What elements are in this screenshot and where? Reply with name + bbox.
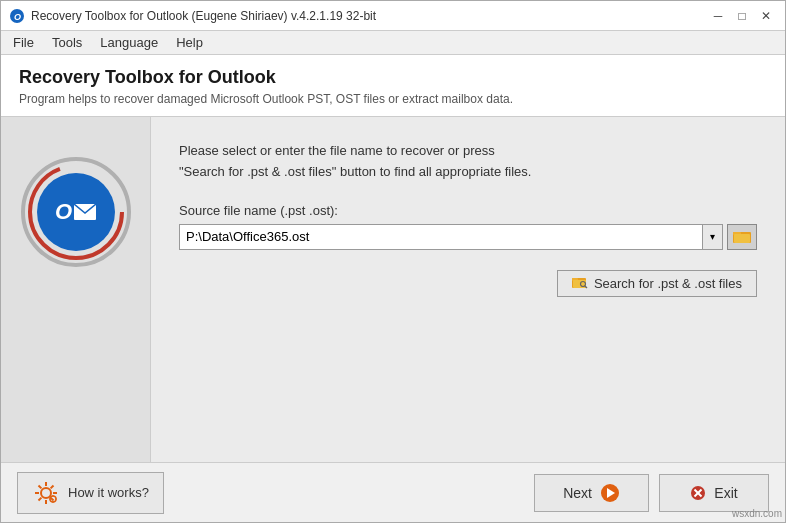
next-label: Next — [563, 485, 592, 501]
file-input-combo: ▾ — [179, 224, 723, 250]
svg-text:O: O — [14, 12, 21, 22]
close-button[interactable]: ✕ — [755, 5, 777, 27]
main-content: O Please select or enter the file name t… — [1, 117, 785, 462]
menu-language[interactable]: Language — [92, 33, 166, 52]
search-folder-icon — [572, 276, 588, 290]
main-window: O Recovery Toolbox for Outlook (Eugene S… — [0, 0, 786, 523]
menu-bar: File Tools Language Help — [1, 31, 785, 55]
window-title: Recovery Toolbox for Outlook (Eugene Shi… — [31, 9, 376, 23]
maximize-button[interactable]: □ — [731, 5, 753, 27]
minimize-button[interactable]: ─ — [707, 5, 729, 27]
file-browse-button[interactable] — [727, 224, 757, 250]
folder-icon — [733, 229, 751, 245]
app-logo: O — [21, 157, 131, 267]
exit-label: Exit — [714, 485, 737, 501]
gear-icon — [32, 479, 60, 507]
envelope-icon — [74, 204, 96, 220]
app-icon: O — [9, 8, 25, 24]
logo-circle: O — [37, 173, 115, 251]
svg-line-17 — [39, 485, 42, 488]
outlook-o: O — [55, 199, 72, 225]
menu-help[interactable]: Help — [168, 33, 211, 52]
next-button[interactable]: Next — [534, 474, 649, 512]
search-button-label: Search for .pst & .ost files — [594, 276, 742, 291]
window-controls: ─ □ ✕ — [707, 5, 777, 27]
menu-tools[interactable]: Tools — [44, 33, 90, 52]
instruction-line1: Please select or enter the file name to … — [179, 143, 495, 158]
source-file-input[interactable] — [180, 225, 702, 249]
app-header: Recovery Toolbox for Outlook Program hel… — [1, 55, 785, 117]
watermark: wsxdn.com — [732, 508, 782, 519]
title-bar: O Recovery Toolbox for Outlook (Eugene S… — [1, 1, 785, 31]
logo-inner: O — [55, 199, 96, 225]
svg-line-19 — [51, 485, 54, 488]
instruction-line2: "Search for .pst & .ost files" button to… — [179, 164, 531, 179]
file-dropdown-button[interactable]: ▾ — [702, 225, 722, 249]
search-button[interactable]: Search for .pst & .ost files — [557, 270, 757, 297]
svg-line-18 — [51, 497, 54, 500]
app-subtitle: Program helps to recover damaged Microso… — [19, 92, 767, 106]
next-arrow-icon — [600, 483, 620, 503]
svg-point-12 — [41, 488, 51, 498]
exit-button[interactable]: Exit — [659, 474, 769, 512]
instruction-text: Please select or enter the file name to … — [179, 141, 757, 183]
how-it-works-button[interactable]: How it works? — [17, 472, 164, 514]
left-panel: O — [1, 117, 151, 462]
title-bar-left: O Recovery Toolbox for Outlook (Eugene S… — [9, 8, 376, 24]
how-it-works-label: How it works? — [68, 485, 149, 500]
right-panel: Please select or enter the file name to … — [151, 117, 785, 462]
source-field-label: Source file name (.pst .ost): — [179, 203, 757, 218]
file-input-row: ▾ — [179, 224, 757, 250]
app-title: Recovery Toolbox for Outlook — [19, 67, 767, 88]
search-row: Search for .pst & .ost files — [179, 270, 757, 297]
svg-rect-6 — [734, 234, 750, 243]
exit-x-icon — [690, 485, 706, 501]
menu-file[interactable]: File — [5, 33, 42, 52]
bottom-right-buttons: Next Exit — [534, 474, 769, 512]
svg-line-20 — [39, 497, 42, 500]
bottom-bar: How it works? Next Exit — [1, 462, 785, 522]
